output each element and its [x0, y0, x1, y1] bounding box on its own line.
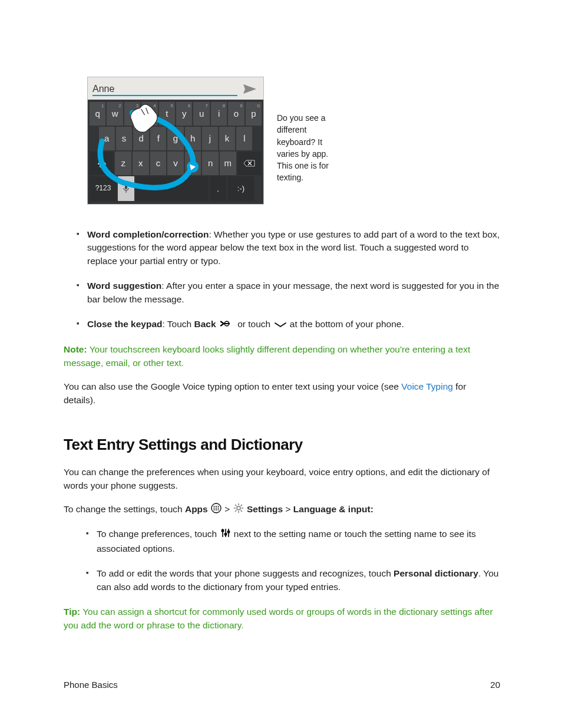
shift-key[interactable] [90, 151, 114, 175]
svg-point-13 [214, 508, 215, 509]
settings-gear-icon [233, 503, 244, 517]
svg-point-11 [216, 506, 217, 507]
keyboard-keys: q1w2e3r4t5y6u7i8o9p0 asdfghjkl zxcvbnm ?… [88, 100, 263, 204]
key-x[interactable]: x [133, 151, 149, 175]
key-r[interactable]: r4 [141, 102, 157, 126]
key-w[interactable]: w2 [107, 102, 123, 126]
svg-rect-31 [222, 530, 223, 532]
voice-typing-link[interactable]: Voice Typing [401, 381, 453, 391]
key-o[interactable]: o9 [228, 102, 244, 126]
section-intro: You can change the preferences when usin… [64, 466, 500, 492]
key-s[interactable]: s [116, 127, 132, 150]
svg-point-17 [216, 509, 217, 510]
page-footer: Phone Basics 20 [64, 678, 500, 691]
svg-line-26 [235, 510, 237, 512]
svg-rect-33 [227, 531, 229, 533]
svg-line-27 [240, 505, 242, 506]
key-v[interactable]: v [167, 151, 184, 175]
symbols-key[interactable]: ?123 [90, 176, 117, 201]
bullet-close-keypad: Close the keypad: Touch Back or touch at… [77, 318, 500, 331]
back-arrow-icon [219, 318, 234, 331]
key-e[interactable]: e3 [124, 102, 140, 126]
sliders-icon [220, 528, 231, 542]
svg-point-10 [214, 506, 215, 507]
key-a[interactable]: a [99, 127, 115, 150]
bullet-word-completion: Word completion/correction: Whether you … [77, 228, 500, 268]
key-f[interactable]: f [150, 127, 166, 150]
settings-bullet-list: To change preferences, touch next to the… [86, 528, 500, 594]
bullet-change-prefs: To change preferences, touch next to the… [86, 528, 500, 555]
key-l[interactable]: l [236, 127, 252, 150]
key-g[interactable]: g [167, 127, 183, 150]
tip-text: Tip: You can assign a shortcut for commo… [64, 605, 500, 632]
chevron-down-icon [274, 318, 287, 331]
svg-marker-0 [243, 84, 256, 94]
key-z[interactable]: z [115, 151, 131, 175]
keyboard-input-row [88, 77, 263, 100]
key-d[interactable]: d [133, 127, 149, 150]
keyboard-mockup: q1w2e3r4t5y6u7i8o9p0 asdfghjkl zxcvbnm ?… [87, 77, 264, 205]
svg-rect-32 [224, 533, 226, 535]
page-content: q1w2e3r4t5y6u7i8o9p0 asdfghjkl zxcvbnm ?… [0, 0, 562, 632]
voice-typing-paragraph: You can also use the Google Voice typing… [64, 380, 500, 407]
key-b[interactable]: b [185, 151, 201, 175]
svg-point-16 [214, 509, 215, 510]
footer-section: Phone Basics [64, 678, 118, 691]
keyboard-figure: q1w2e3r4t5y6u7i8o9p0 asdfghjkl zxcvbnm ?… [87, 77, 500, 205]
footer-pagenum: 20 [490, 678, 500, 691]
key-y[interactable]: y6 [176, 102, 192, 126]
section-heading: Text Entry Settings and Dictionary [64, 434, 500, 456]
key-u[interactable]: u7 [193, 102, 209, 126]
key-h[interactable]: h [185, 127, 201, 150]
key-p[interactable]: p0 [246, 102, 262, 126]
svg-point-14 [216, 508, 217, 509]
key-t[interactable]: t5 [159, 102, 175, 126]
smiley-key[interactable]: :-) [227, 176, 254, 201]
note-text: Note: Your touchscreen keyboard looks sl… [64, 343, 500, 370]
svg-point-15 [218, 508, 219, 509]
space-key[interactable] [135, 176, 209, 201]
svg-line-24 [235, 505, 237, 506]
apps-icon [211, 503, 222, 517]
key-n[interactable]: n [202, 151, 219, 175]
svg-point-12 [218, 506, 219, 507]
key-j[interactable]: j [202, 127, 218, 150]
bullet-word-suggestion: Word suggestion: After you enter a space… [77, 279, 500, 306]
svg-rect-3 [125, 184, 127, 189]
key-c[interactable]: c [150, 151, 167, 175]
key-q[interactable]: q1 [90, 102, 105, 126]
key-m[interactable]: m [220, 151, 236, 175]
settings-path: To change the settings, touch Apps > Set… [64, 503, 500, 517]
svg-line-25 [240, 510, 242, 512]
backspace-key[interactable] [237, 151, 262, 175]
mic-key[interactable] [118, 176, 134, 201]
key-i[interactable]: i8 [211, 102, 227, 126]
compose-input[interactable] [92, 84, 237, 96]
svg-point-19 [237, 506, 240, 510]
send-icon[interactable] [243, 81, 256, 98]
keyboard-caption: Do you see a different keyboard? It vari… [277, 77, 342, 205]
key-k[interactable]: k [219, 127, 235, 150]
period-key[interactable]: . [210, 176, 226, 201]
feature-bullet-list: Word completion/correction: Whether you … [77, 228, 500, 331]
svg-point-18 [218, 509, 219, 510]
bullet-personal-dictionary: To add or edit the words that your phone… [86, 567, 500, 594]
